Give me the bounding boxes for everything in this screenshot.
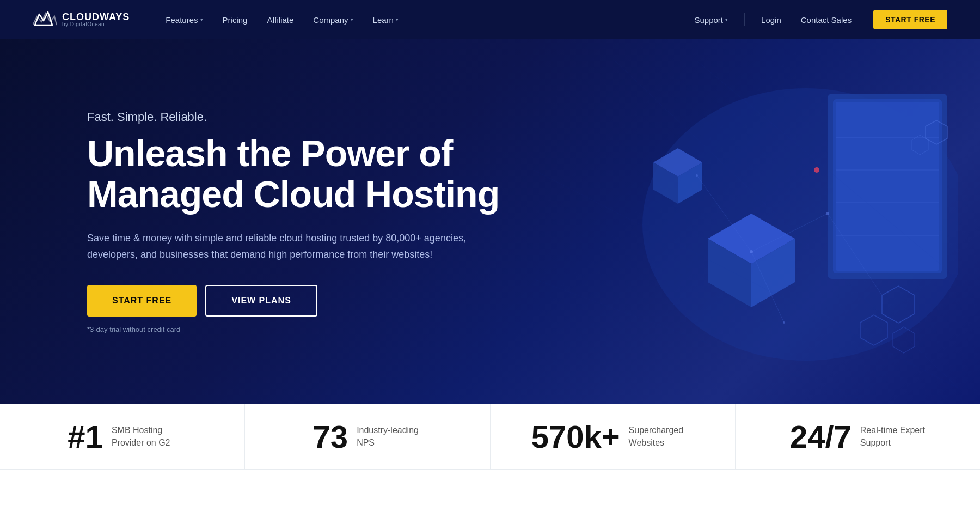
svg-point-25 bbox=[696, 174, 698, 177]
hero-view-plans-button[interactable]: VIEW PLANS bbox=[205, 285, 317, 317]
navbar: CLOUDWAYS by DigitalOcean Features ▾ Pri… bbox=[0, 0, 980, 39]
stat-item-rank: #1 SMB Hosting Provider on G2 bbox=[0, 404, 245, 469]
nav-right: Support ▾ Login Contact Sales START FREE bbox=[686, 10, 948, 29]
svg-point-26 bbox=[783, 321, 785, 324]
stat-label-rank: SMB Hosting Provider on G2 bbox=[112, 424, 177, 449]
hero-illustration bbox=[534, 61, 958, 399]
hero-headline: Unleash the Power of Managed Cloud Hosti… bbox=[87, 133, 512, 215]
features-chevron-icon: ▾ bbox=[200, 17, 203, 22]
svg-rect-3 bbox=[836, 102, 939, 271]
nav-affiliate[interactable]: Affiliate bbox=[258, 11, 302, 29]
hero-description: Save time & money with simple and reliab… bbox=[87, 230, 468, 263]
nav-features[interactable]: Features ▾ bbox=[157, 11, 211, 29]
nav-learn[interactable]: Learn ▾ bbox=[364, 11, 407, 29]
support-chevron-icon: ▾ bbox=[725, 17, 728, 22]
stat-number-support: 24/7 bbox=[790, 421, 852, 453]
svg-point-24 bbox=[826, 212, 829, 215]
hero-section: Fast. Simple. Reliable. Unleash the Powe… bbox=[0, 39, 980, 404]
brand-name: CLOUDWAYS bbox=[62, 12, 130, 22]
stat-item-websites: 570k+ Supercharged Websites bbox=[491, 404, 736, 469]
svg-point-27 bbox=[814, 167, 819, 173]
cloudways-logo-icon bbox=[33, 10, 57, 29]
stat-item-support: 24/7 Real-time Expert Support bbox=[736, 404, 980, 469]
hero-decoration bbox=[534, 39, 980, 404]
logo[interactable]: CLOUDWAYS by DigitalOcean bbox=[33, 10, 130, 29]
svg-point-23 bbox=[750, 250, 753, 253]
nav-contact-sales[interactable]: Contact Sales bbox=[792, 11, 860, 29]
hero-buttons: START FREE VIEW PLANS bbox=[87, 285, 512, 317]
brand-sub: by DigitalOcean bbox=[62, 22, 130, 27]
stat-label-nps: Industry-leading NPS bbox=[357, 424, 422, 449]
learn-chevron-icon: ▾ bbox=[396, 17, 399, 22]
hero-start-free-button[interactable]: START FREE bbox=[87, 285, 197, 317]
nav-pricing[interactable]: Pricing bbox=[214, 11, 256, 29]
stats-bar: #1 SMB Hosting Provider on G2 73 Industr… bbox=[0, 404, 980, 470]
hero-trial-note: *3-day trial without credit card bbox=[87, 325, 512, 333]
stat-number-websites: 570k+ bbox=[531, 421, 620, 453]
nav-start-free-button[interactable]: START FREE bbox=[873, 10, 947, 29]
company-chevron-icon: ▾ bbox=[351, 17, 353, 22]
nav-login[interactable]: Login bbox=[752, 11, 790, 29]
stat-label-websites: Supercharged Websites bbox=[629, 424, 694, 449]
nav-links: Features ▾ Pricing Affiliate Company ▾ L… bbox=[157, 11, 685, 29]
stat-number-rank: #1 bbox=[68, 421, 103, 453]
logo-text: CLOUDWAYS by DigitalOcean bbox=[62, 12, 130, 27]
hero-content: Fast. Simple. Reliable. Unleash the Powe… bbox=[87, 110, 512, 333]
stat-item-nps: 73 Industry-leading NPS bbox=[245, 404, 490, 469]
stat-label-support: Real-time Expert Support bbox=[860, 424, 926, 449]
stat-number-nps: 73 bbox=[313, 421, 348, 453]
nav-company[interactable]: Company ▾ bbox=[304, 11, 362, 29]
nav-divider bbox=[744, 13, 745, 26]
nav-support[interactable]: Support ▾ bbox=[686, 11, 737, 29]
hero-tagline: Fast. Simple. Reliable. bbox=[87, 110, 512, 124]
